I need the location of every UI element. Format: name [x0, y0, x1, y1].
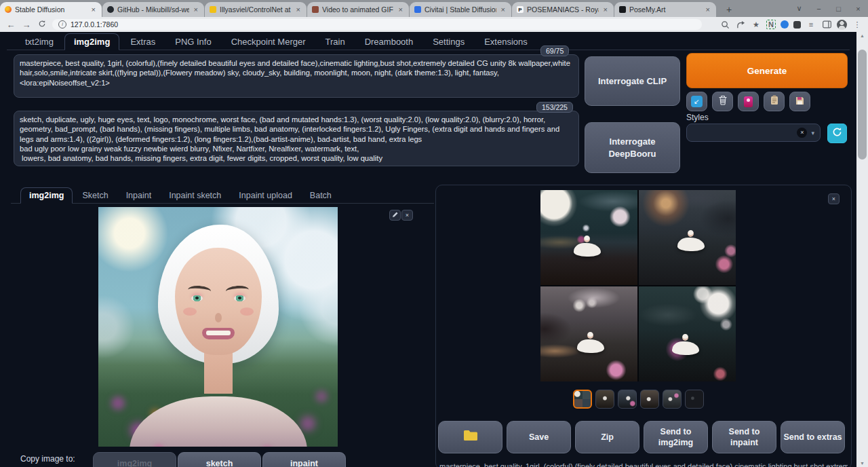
- tab-close-icon[interactable]: ×: [602, 5, 609, 14]
- copy-to-sketch-button[interactable]: sketch: [178, 452, 261, 467]
- side-panel-icon[interactable]: [821, 19, 832, 30]
- refresh-styles-button[interactable]: [827, 124, 847, 143]
- generate-button[interactable]: Generate: [686, 53, 848, 88]
- tab-extensions[interactable]: Extensions: [475, 34, 536, 50]
- extra-networks-button[interactable]: [738, 92, 759, 111]
- extension-blue-icon[interactable]: [781, 20, 789, 29]
- interrogate-clip-button[interactable]: Interrogate CLIP: [585, 56, 680, 106]
- window-close-button[interactable]: ×: [848, 5, 868, 13]
- prompt-input[interactable]: masterpiece, best quality, 1girl, (color…: [14, 54, 579, 98]
- scroll-up-icon[interactable]: ▲: [856, 33, 868, 38]
- tab-png-info[interactable]: PNG Info: [166, 34, 220, 50]
- tab-close-icon[interactable]: ×: [295, 5, 302, 14]
- figure: [577, 339, 604, 353]
- thumbnail-3[interactable]: [618, 390, 637, 409]
- browser-tab-stable-diffusion[interactable]: Stable Diffusion ×: [0, 2, 102, 17]
- reload-icon[interactable]: [37, 20, 47, 30]
- browser-tab-civitai[interactable]: Civitai | Stable Diffusion model ×: [410, 2, 511, 17]
- open-folder-button[interactable]: [438, 421, 502, 453]
- tab-txt2img[interactable]: txt2img: [16, 34, 62, 50]
- forward-icon[interactable]: →: [21, 20, 32, 30]
- send-to-inpaint-button[interactable]: Send to inpaint: [712, 421, 776, 453]
- tab-close-icon[interactable]: ×: [705, 5, 711, 14]
- tab-title: GitHub - Mikubill/sd-webui-con: [117, 5, 189, 14]
- subtab-img2img[interactable]: img2img: [20, 187, 73, 204]
- send-to-extras-button[interactable]: Send to extras: [781, 421, 845, 453]
- address-bar[interactable]: i 127.0.0.1:7860: [52, 19, 702, 30]
- browser-tab-controlnet[interactable]: Illyasviel/ControlNet at main ×: [205, 2, 307, 17]
- save-style-button[interactable]: [789, 92, 810, 111]
- back-icon[interactable]: ←: [5, 20, 16, 30]
- window-maximize-button[interactable]: □: [829, 5, 848, 13]
- cheek-blush: [183, 307, 197, 316]
- subtab-sketch[interactable]: Sketch: [74, 188, 116, 203]
- scroll-down-icon[interactable]: ▼: [856, 461, 868, 466]
- thumbnail-6[interactable]: [685, 390, 704, 409]
- tab-close-icon[interactable]: ×: [397, 5, 404, 14]
- edit-image-button[interactable]: [389, 210, 401, 221]
- copy-to-inpaint-button[interactable]: inpaint: [262, 452, 346, 467]
- apply-styles-button[interactable]: [764, 92, 785, 111]
- browser-tab-posemaniacs[interactable]: P POSEMANIACS - Royalty free 3 ×: [512, 2, 614, 17]
- extension-n-icon[interactable]: N: [766, 20, 776, 29]
- extension-dark-icon[interactable]: [793, 21, 801, 29]
- reading-list-icon[interactable]: ≡: [806, 19, 816, 30]
- remove-image-button[interactable]: ×: [401, 210, 413, 221]
- site-info-icon[interactable]: i: [58, 20, 66, 29]
- tab-dreambooth[interactable]: Dreambooth: [356, 34, 422, 50]
- send-to-img2img-button[interactable]: Send to img2img: [644, 421, 708, 453]
- bookmark-star-icon[interactable]: ★: [751, 19, 762, 30]
- img2img-source-image[interactable]: [98, 207, 338, 447]
- subtab-batch[interactable]: Batch: [302, 188, 340, 203]
- browser-tab-gif-converter[interactable]: Video to animated GIF converter ×: [307, 2, 409, 17]
- browser-tab-strip: Stable Diffusion × GitHub - Mikubill/sd-…: [0, 0, 868, 17]
- zoom-icon[interactable]: [719, 19, 730, 30]
- browser-tab-posemyart[interactable]: PoseMy.Art ×: [614, 2, 716, 17]
- subtab-inpaint[interactable]: Inpaint: [118, 188, 160, 203]
- thumbnail-4[interactable]: [640, 390, 659, 409]
- tab-title: Video to animated GIF converter: [322, 5, 394, 14]
- thumbnail-5[interactable]: [663, 390, 682, 409]
- refresh-icon: [832, 127, 842, 140]
- figure: [677, 238, 705, 251]
- tab-close-icon[interactable]: ×: [90, 5, 97, 14]
- tab-train[interactable]: Train: [317, 34, 354, 50]
- quick-tools-row: ↙: [686, 92, 810, 111]
- tab-close-icon[interactable]: ×: [500, 5, 507, 14]
- browser-tab-github[interactable]: GitHub - Mikubill/sd-webui-con ×: [102, 2, 204, 17]
- tab-search-icon[interactable]: ∨: [789, 4, 809, 13]
- tab-extras[interactable]: Extras: [121, 34, 164, 50]
- browser-menu-icon[interactable]: ⋮: [852, 19, 863, 30]
- smiling-mouth: [202, 328, 235, 339]
- save-button[interactable]: Save: [507, 421, 571, 453]
- output-image-2[interactable]: [639, 190, 736, 285]
- subtab-inpaint-sketch[interactable]: Inpaint sketch: [161, 188, 229, 203]
- share-icon[interactable]: [735, 19, 746, 30]
- styles-dropdown[interactable]: × ▾: [686, 124, 821, 142]
- thumbnail-2[interactable]: [595, 390, 614, 409]
- paste-params-button[interactable]: ↙: [686, 92, 707, 111]
- thumbnail-1-selected[interactable]: [573, 390, 592, 409]
- scrollbar-thumb[interactable]: [858, 50, 867, 160]
- floppy-save-icon: [795, 96, 804, 108]
- output-image-3[interactable]: [540, 286, 637, 381]
- zip-button[interactable]: Zip: [575, 421, 639, 453]
- negative-prompt-input[interactable]: sketch, duplicate, ugly, huge eyes, text…: [14, 111, 579, 166]
- subtab-inpaint-upload[interactable]: Inpaint upload: [231, 188, 300, 203]
- tab-img2img[interactable]: img2img: [64, 33, 119, 50]
- tab-settings[interactable]: Settings: [424, 34, 473, 50]
- tab-checkpoint-merger[interactable]: Checkpoint Merger: [222, 34, 315, 50]
- new-tab-button[interactable]: +: [721, 3, 737, 16]
- tab-close-icon[interactable]: ×: [193, 5, 199, 14]
- profile-avatar[interactable]: [837, 20, 847, 30]
- window-minimize-button[interactable]: −: [809, 5, 829, 13]
- posemaniacs-favicon: P: [517, 6, 524, 13]
- page-scrollbar[interactable]: ▲ ▼: [856, 32, 868, 467]
- output-image-1[interactable]: [540, 190, 637, 285]
- output-image-4[interactable]: [639, 286, 736, 381]
- interrogate-deepbooru-button[interactable]: Interrogate DeepBooru: [585, 122, 680, 173]
- close-gallery-button[interactable]: ×: [828, 193, 840, 204]
- tab-title: Stable Diffusion: [15, 5, 87, 14]
- clear-styles-icon[interactable]: ×: [797, 128, 807, 138]
- clear-prompt-button[interactable]: [712, 92, 733, 111]
